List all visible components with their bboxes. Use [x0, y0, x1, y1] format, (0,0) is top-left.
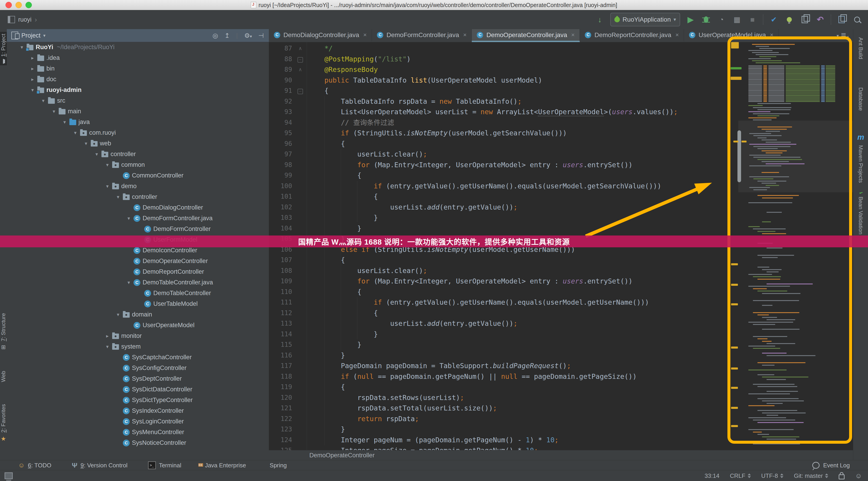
tree-row-sysdeptcontroller[interactable]: CSysDeptController — [7, 373, 269, 384]
zoom-window-button[interactable] — [26, 2, 32, 8]
close-tab-icon[interactable]: × — [675, 31, 679, 38]
code-line[interactable]: userList.clear(); — [308, 149, 678, 160]
tool-window-button-java-enterprise[interactable]: Java Enterprise — [202, 462, 246, 469]
code-line[interactable]: if (null == pageDomain.getPageNum() || n… — [308, 371, 678, 382]
tree-expand-arrow[interactable]: ▾ — [70, 130, 80, 136]
code-line[interactable]: { — [308, 139, 678, 149]
tree-row-commoncontroller[interactable]: CCommonController — [7, 170, 269, 181]
tool-window-button-terminal[interactable]: >_Terminal — [148, 461, 181, 469]
code-line[interactable]: @ResponseBody — [308, 64, 678, 75]
copy-diff-icon[interactable] — [800, 14, 810, 25]
tree-row-domain[interactable]: ▾domain — [7, 309, 269, 320]
profiler-button[interactable]: ◔ — [716, 14, 726, 25]
tree-row-controller[interactable]: ▾controller — [7, 149, 269, 159]
run-button[interactable]: ▶ — [686, 14, 695, 25]
code-line[interactable]: PageDomain pageDomain = TableSupport.bui… — [308, 361, 678, 371]
code-line[interactable]: for (Map.Entry<Integer, UserOperateModel… — [308, 276, 678, 287]
navigation-breadcrumb[interactable]: ruoyi › — [8, 16, 37, 24]
code-line[interactable]: userList.clear(); — [308, 266, 678, 276]
tool-stripe--structure[interactable]: 7: Structure⊞ — [0, 311, 7, 352]
code-line[interactable]: } — [308, 350, 678, 361]
code-line[interactable]: Integer pageSize = pageDomain.getPageNum… — [308, 445, 678, 450]
tree-row-src[interactable]: ▾src — [7, 95, 269, 106]
editor-tab[interactable]: CDemoOperateController.java× — [472, 29, 580, 42]
breadcrumb[interactable]: DemoOperateController — [309, 452, 375, 459]
tree-row-sysindexcontroller[interactable]: CSysIndexController — [7, 405, 269, 416]
code-line[interactable]: { — [308, 287, 678, 297]
editor-tab[interactable]: CDemoFormController.java× — [372, 29, 472, 42]
code-line[interactable]: TableDataInfo rspData = new TableDataInf… — [308, 96, 678, 107]
tree-row-sysdicttypecontroller[interactable]: CSysDictTypeController — [7, 395, 269, 405]
code-line[interactable]: */ — [308, 43, 678, 54]
tool-stripe--project[interactable]: 1: Project — [0, 32, 7, 65]
hector-inspections-icon[interactable]: ☺ — [855, 472, 862, 480]
tool-stripe-web[interactable]: Web — [0, 369, 7, 387]
line-ending-select[interactable]: CRLF — [730, 472, 751, 479]
tree-expand-arrow[interactable]: ▾ — [28, 87, 37, 93]
code-line[interactable]: { — [308, 382, 678, 392]
encoding-select[interactable]: UTF-8 — [761, 472, 784, 479]
coverage-button[interactable]: ▦ — [732, 14, 742, 25]
tool-window-button--todo[interactable]: ☺6: TODO — [18, 462, 52, 469]
tree-expand-arrow[interactable]: ▾ — [124, 280, 133, 285]
tree-row-demoformcontroller[interactable]: CDemoFormController — [7, 224, 269, 234]
tree-row-sysconfigcontroller[interactable]: CSysConfigController — [7, 363, 269, 373]
editor-tab[interactable]: CDemoDialogController.java× — [269, 29, 372, 42]
tree-expand-arrow[interactable]: ▾ — [60, 119, 69, 125]
tree-row-system[interactable]: ▾system — [7, 341, 269, 352]
tool-stripe-maven-projects[interactable]: mMaven Projects — [853, 133, 868, 183]
code-line[interactable]: Integer pageNum = (pageDomain.getPageNum… — [308, 435, 678, 446]
tree-expand-arrow[interactable]: ▾ — [102, 183, 112, 189]
gear-icon[interactable]: ⚙▾ — [244, 32, 252, 39]
code-line[interactable]: userList.add(entry.getValue()); — [308, 318, 678, 329]
tree-row-controller[interactable]: ▾controller — [7, 191, 269, 202]
tree-expand-arrow[interactable]: ▾ — [124, 215, 133, 221]
code-line[interactable]: // 查询条件过滤 — [308, 117, 678, 128]
window-switcher-icon[interactable] — [837, 14, 847, 25]
tool-window-toggle-icon[interactable] — [5, 472, 13, 479]
close-window-button[interactable] — [5, 2, 12, 8]
code-line[interactable]: } — [308, 329, 678, 340]
tree-row-com-ruoyi[interactable]: ▾com.ruoyi — [7, 127, 269, 138]
tool-stripe--favorites[interactable]: 2: Favorites★ — [0, 402, 7, 444]
tree-row-common[interactable]: ▾common — [7, 159, 269, 170]
tool-stripe-bean-validation[interactable]: Bean Validation — [853, 193, 868, 234]
tree-expand-arrow[interactable]: ▾ — [92, 151, 101, 157]
tree-row-java[interactable]: ▾java — [7, 117, 269, 127]
code-line[interactable]: } — [308, 424, 678, 435]
tree-row-demotablecontroller-java[interactable]: ▾CDemoTableController.java — [7, 277, 269, 288]
tree-row-ruoyi[interactable]: ▾RuoYi~/IdeaProjects/RuoYi — [7, 42, 269, 53]
code-line[interactable]: } — [308, 339, 678, 350]
tree-expand-arrow[interactable]: ▾ — [49, 109, 59, 115]
caret-position[interactable]: 33:14 — [705, 472, 719, 479]
tree-row-ruoyi-admin[interactable]: ▾ruoyi-admin — [7, 85, 269, 95]
minimize-window-button[interactable] — [16, 2, 22, 8]
undo-icon[interactable]: ↶ — [815, 14, 825, 25]
tree-row-demoreportcontroller[interactable]: CDemoReportController — [7, 266, 269, 277]
project-panel-header[interactable]: Project ▾ ◎ ↥ | ⚙▾ ⊣ — [7, 29, 269, 42]
tool-window-button-spring[interactable]: Spring — [267, 462, 287, 469]
lock-icon[interactable] — [839, 474, 844, 479]
tree-expand-arrow[interactable]: ▾ — [17, 44, 27, 50]
tree-expand-arrow[interactable]: ▸ — [28, 77, 37, 82]
lightbulb-icon[interactable] — [784, 14, 794, 25]
code-line[interactable]: rspData.setTotal(userList.size()); — [308, 403, 678, 414]
tree-row-doc[interactable]: ▸doc — [7, 74, 269, 85]
tree-row-main[interactable]: ▾main — [7, 106, 269, 117]
code-line[interactable]: { — [308, 86, 678, 96]
tree-row-syslogincontroller[interactable]: CSysLoginController — [7, 416, 269, 427]
tool-stripe-ant-build[interactable]: Ant Build — [853, 34, 868, 59]
code-line[interactable]: rspData.setRows(userList); — [308, 392, 678, 403]
tree-row--idea[interactable]: ▸.idea — [7, 53, 269, 63]
tree-row-useroperatemodel[interactable]: CUserOperateModel — [7, 320, 269, 331]
hide-panel-icon[interactable]: ⊣ — [258, 32, 264, 39]
search-everywhere-icon[interactable] — [852, 14, 862, 25]
run-configuration-select[interactable]: RuoYiApplication ▾ — [610, 13, 680, 26]
collapse-all-icon[interactable]: ↥ — [224, 32, 230, 39]
tree-row-demodialogcontroller[interactable]: CDemoDialogController — [7, 202, 269, 213]
tree-row-web[interactable]: ▾web — [7, 138, 269, 149]
tree-row-bin[interactable]: ▸bin — [7, 63, 269, 74]
locate-file-icon[interactable]: ◎ — [212, 32, 218, 39]
tree-expand-arrow[interactable]: ▸ — [28, 55, 37, 61]
code-line[interactable]: public TableDataInfo list(UserOperateMod… — [308, 75, 678, 86]
